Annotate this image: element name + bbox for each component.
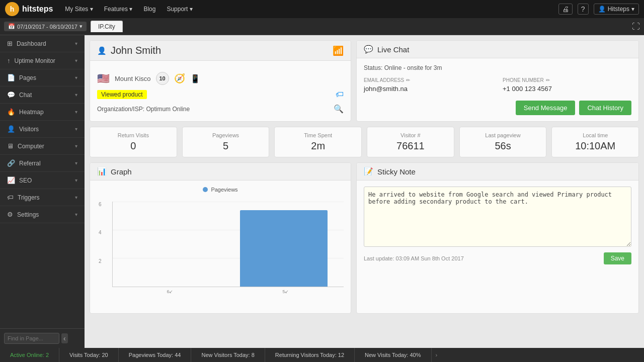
chat-actions: Send Message Chat History (364, 101, 631, 115)
chevron-icon: ▾ (75, 75, 77, 80)
edit-email-icon[interactable]: ✏ (406, 77, 410, 83)
livechat-card: 💬 Live Chat Status: Online - onsite for … (356, 40, 639, 122)
visits-today-text: Visits Today: 20 (69, 352, 108, 358)
footer-status-bar: Active Online: 2 Visits Today: 20 Pagevi… (0, 348, 644, 362)
sidebar-item-visitors[interactable]: 👤Visitors ▾ (0, 121, 85, 138)
sticky-card-header: 📝 Sticky Note (357, 163, 638, 180)
find-in-page-input[interactable] (4, 333, 59, 344)
graph-legend: Pageviews (97, 187, 344, 193)
sidebar-item-triggers[interactable]: 🏷Triggers ▾ (0, 189, 85, 206)
sidebar-label-pages: Pages (19, 74, 36, 81)
stat-pageviews: Pageviews 5 (182, 127, 270, 157)
sidebar-item-settings[interactable]: ⚙Settings ▾ (0, 206, 85, 223)
footer-visits-today: Visits Today: 20 (59, 348, 119, 362)
nav-mysites[interactable]: My Sites ▾ (61, 4, 97, 15)
bar-container (113, 202, 344, 287)
stat-visitor-num: Visitor # 76611 (367, 127, 454, 157)
visitor-info-row: 🇺🇸 Mount Kisco 10 🧭 📱 (97, 72, 344, 85)
referral-icon: 🔗 (7, 159, 15, 167)
search-icon[interactable]: 🔍 (334, 104, 344, 114)
nav-support[interactable]: Support ▾ (163, 4, 196, 15)
phone-value: +1 000 123 4567 (503, 85, 631, 93)
returning-visitors-text: Returning Visitors Today: 12 (275, 352, 344, 358)
country-flag: 🇺🇸 (97, 72, 110, 84)
sidebar-label-heatmap: Heatmap (19, 109, 44, 116)
sidebar-item-computer[interactable]: 🖥Computer ▾ (0, 138, 85, 155)
footer-new-visits-pct: New Visits Today: 40% (355, 348, 431, 362)
save-button[interactable]: Save (604, 252, 631, 264)
footer-scroll-right[interactable]: › (432, 352, 442, 358)
chat-header-icon: 💬 (364, 45, 373, 54)
sidebar: ⊞Dashboard ▾ ↑Uptime Monitor ▾ 📄Pages ▾ … (0, 35, 85, 348)
footer-new-visitors: New Visitors Today: 8 (191, 348, 265, 362)
graph-area: 6 4 2 (112, 202, 344, 287)
sticky-textarea[interactable]: He arrived to website from Google search… (364, 187, 631, 247)
settings-icon: ⚙ (7, 211, 13, 218)
stat-value-pageviews: 5 (190, 140, 262, 152)
stat-value-time: 2m (282, 140, 354, 152)
phone-label: PHONE NUMBER ✏ (503, 77, 631, 83)
visit-count-badge: 10 (156, 72, 169, 85)
user-menu[interactable]: 👤 Hitsteps ▾ (594, 4, 639, 15)
chevron-icon: ▾ (75, 92, 77, 98)
chevron-icon: ▾ (75, 143, 77, 149)
top-navigation: h hitsteps My Sites ▾ Features ▾ Blog Su… (0, 0, 644, 18)
sidebar-item-seo[interactable]: 📈SEO ▾ (0, 172, 85, 189)
email-field: EMAIL ADDRESS ✏ john@smith.na (364, 77, 493, 93)
stat-label-visitor: Visitor # (374, 132, 447, 138)
sidebar-item-heatmap[interactable]: 🔥Heatmap ▾ (0, 104, 85, 121)
sticky-last-update: Last update: 03:09 AM Sun 8th Oct 2017 (364, 255, 464, 261)
livechat-card-header: 💬 Live Chat (357, 41, 638, 58)
date-range-picker[interactable]: 📅 07/10/2017 - 08/10/2017 ▾ (4, 22, 87, 31)
chevron-icon: ▾ (75, 109, 77, 115)
stat-value-return: 0 (97, 140, 170, 152)
nav-blog[interactable]: Blog (139, 4, 159, 15)
seo-icon: 📈 (7, 176, 15, 184)
graph-title: Graph (111, 167, 132, 176)
help-icon[interactable]: ? (578, 4, 589, 15)
graph-container: 6 4 2 (97, 197, 344, 307)
chat-history-button[interactable]: Chat History (579, 101, 631, 115)
sticky-icon: 📝 (364, 167, 373, 176)
sidebar-item-chat[interactable]: 💬Chat ▾ (0, 86, 85, 104)
edit-phone-icon[interactable]: ✏ (546, 77, 550, 83)
sidebar-item-dashboard[interactable]: ⊞Dashboard ▾ (0, 35, 85, 52)
chevron-icon: ▾ (75, 212, 77, 217)
new-visits-pct-text: New Visits Today: 40% (365, 352, 421, 358)
stat-local-time: Local time 10:10AM (551, 127, 639, 157)
logo-icon: h (5, 2, 19, 16)
sidebar-label-visitors: Visitors (19, 126, 39, 133)
phone-field: PHONE NUMBER ✏ +1 000 123 4567 (503, 77, 631, 93)
subheader: 📅 07/10/2017 - 08/10/2017 ▾ IP.City ⛶ (0, 18, 644, 35)
sidebar-item-pages[interactable]: 📄Pages ▾ (0, 69, 85, 86)
content-area: 👤 John Smith 📶 🇺🇸 Mount Kisco 10 🧭 📱 Vie… (85, 35, 644, 348)
graph-card-header: 📊 Graph (90, 163, 351, 180)
tab-ipcity[interactable]: IP.City (91, 21, 123, 32)
stat-label-local: Local time (559, 132, 631, 138)
heatmap-icon: 🔥 (7, 108, 15, 116)
chevron-icon: ▾ (75, 126, 77, 132)
pageviews-today-text: Pageviews Today: 44 (129, 352, 181, 358)
nav-right: 🖨 ? 👤 Hitsteps ▾ (558, 4, 639, 15)
nav-items: My Sites ▾ Features ▾ Blog Support ▾ (61, 4, 550, 15)
print-icon[interactable]: 🖨 (558, 4, 573, 15)
send-message-button[interactable]: Send Message (516, 101, 576, 115)
stat-label-return: Return Visits (97, 132, 170, 138)
expand-icon[interactable]: ⛶ (632, 22, 640, 31)
sidebar-label-referral: Referral (19, 160, 41, 167)
sidebar-item-referral[interactable]: 🔗Referral ▾ (0, 155, 85, 172)
logo[interactable]: h hitsteps (5, 2, 53, 16)
sidebar-item-uptime[interactable]: ↑Uptime Monitor ▾ (0, 52, 85, 69)
sidebar-label-chat: Chat (19, 92, 32, 99)
collapse-sidebar-button[interactable]: ‹ (61, 333, 68, 343)
stat-value-last: 56s (467, 140, 539, 152)
stat-last-pageview: Last pageview 56s (459, 127, 547, 157)
compass-icon: 🧭 (174, 73, 185, 84)
stat-label-time: Time Spent (282, 132, 354, 138)
sidebar-label-dashboard: Dashboard (17, 40, 46, 47)
triggers-icon: 🏷 (7, 194, 14, 201)
nav-features[interactable]: Features ▾ (100, 4, 137, 15)
computer-icon: 🖥 (7, 142, 14, 150)
visitor-org: Organization/ISP: Optimum Online (97, 106, 190, 113)
legend-dot (203, 187, 208, 192)
